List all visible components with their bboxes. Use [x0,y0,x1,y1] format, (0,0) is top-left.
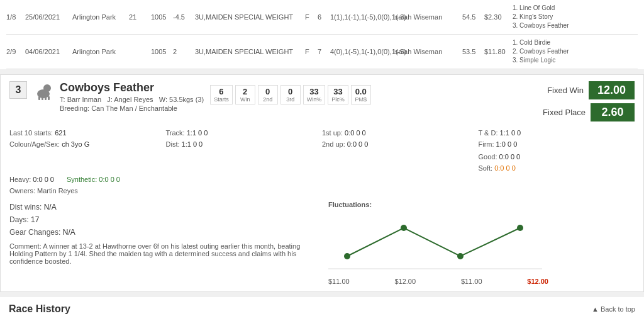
heavy-item: Heavy: 0:0 0 0 [9,176,54,183]
td-label: T & D: [479,129,498,137]
row-placing: 1. Line Of Gold 2. King's Story 3. Cowbo… [513,4,569,30]
svg-point-7 [344,253,350,259]
fixed-place-row: Fixed Place 2.60 [543,103,635,121]
heavy-label: Heavy: [9,176,31,183]
stat-pm: 0.0 PM$ [351,85,371,104]
horse-name: Cowboys Feather [60,81,204,94]
row-bar: 7 [318,48,330,55]
fixed-win-row: Fixed Win 12.00 [547,81,635,99]
race-history-header: Race History ▲ Back to top [9,303,635,316]
row-date: 25/06/2021 [25,13,72,21]
gear-item: Gear Changes: N/A [9,226,316,239]
firstup-label: 1st up: [322,129,343,137]
fixed-win-value: 12.00 [589,81,635,99]
horse-details-grid: Last 10 starts: 621 Track: 1:1 0 0 1st u… [9,128,635,149]
row-mgn: 2 [173,48,195,55]
weight-value: 53.5kgs (3) [169,96,204,103]
dist-item: Dist: 1:1 0 0 [166,139,323,149]
horse-trainer-info: T: Barr Inman J: Angel Reyes W: 53.5kgs … [60,96,204,103]
horse-info-left: 3 Cowboys Feather T: [9,81,371,112]
comment-label: Comment: [9,242,42,250]
days-value: 17 [31,215,39,224]
heavy-value: 0:0 0 0 [33,176,54,183]
synthetic-item: Synthetic: 0:0 0 0 [67,176,120,183]
row-class: 3U,MAIDEN SPECIAL WEIGHT [195,48,305,55]
good-value: 0:0 0 0 [499,153,521,161]
horse-breeding-info: Breeding: Can The Man / Enchantable [60,104,204,112]
fixed-place-value: 2.60 [591,103,635,121]
stat-starts: 6 Starts [210,85,233,104]
comment-text: A winner at 13-2 at Hawthorne over 6f on… [9,242,300,265]
row-inrun: 4(0),1(-5),1(-1),0(0),1(-5) [330,48,393,55]
row-inrun: 1(1),1(-1),1(-5),0(0),1(-3) [330,13,393,21]
td-item: T & D: 1:1 0 0 [479,128,635,138]
row-pos: 1/8 [6,13,25,21]
colour-label: Colour/Age/Sex: [9,140,60,148]
row-distance: 1005 [151,13,173,21]
days-item: Days: 17 [9,213,316,226]
gear-label: Gear Changes: [9,228,60,237]
horse-number: 3 [9,81,27,99]
row-distance: 1005 [151,48,173,55]
fixed-win-label: Fixed Win [547,86,584,95]
firm-label: Firm: [479,140,494,148]
row-placing: 1. Cold Birdie 2. Cowboys Feather 3. Sim… [513,38,569,65]
stat-plc-pct: 33 Plc% [328,85,348,104]
stat-win: 2 Win [235,85,255,104]
svg-point-1 [43,84,51,92]
svg-point-10 [517,225,523,231]
jockey-value: Angel Reyes [114,96,153,103]
track-label: Track: [166,129,185,137]
row-price: $2.30 [484,13,513,21]
chart-title: Fluctuations: [328,201,635,208]
days-label: Days: [9,215,29,224]
top-race-rows: 1/8 25/06/2021 Arlington Park 21 1005 -4… [0,0,644,69]
last10-item: Last 10 starts: 621 [9,128,166,138]
table-row: 1/8 25/06/2021 Arlington Park 21 1005 -4… [6,0,638,35]
good-item: Good: 0:0 0 0 [479,152,635,162]
race-history-section: Race History ▲ Back to top Plc Date Trac… [0,297,644,316]
row-jockey: Isaiah Wiseman [393,48,462,55]
svg-rect-3 [42,97,43,100]
breeding-label: Breeding: [60,104,89,112]
firstup-item: 1st up: 0:0 0 0 [322,128,479,138]
svg-rect-4 [45,97,47,100]
chart-label-3: $11.00 [461,278,482,285]
row-bar: 6 [318,13,330,21]
svg-rect-5 [48,96,50,100]
back-to-top-button[interactable]: ▲ Back to top [592,305,635,313]
horse-prices: Fixed Win 12.00 Fixed Place 2.60 [543,81,635,121]
colour-value: ch 3yo G [62,140,89,148]
jockey-label: J: [107,96,113,103]
last10-label: Last 10 starts: [9,129,53,137]
comment-section: Comment: A winner at 13-2 at Hawthorne o… [9,242,316,265]
chart-label-2: $12.00 [394,278,416,285]
colour-item: Colour/Age/Sex: ch 3yo G [9,139,166,149]
firm-value: 1:0 0 0 [496,140,518,148]
owners-label: Owners: [9,187,35,195]
row-price: $11.80 [484,48,513,55]
chart-label-1: $11.00 [328,278,350,285]
secondup-item: 2nd up: 0:0 0 0 [322,139,479,149]
fixed-place-label: Fixed Place [543,108,586,117]
row-pos: 2/9 [6,48,25,55]
trainer-label: T: [60,96,65,103]
track-item: Track: 1:1 0 0 [166,128,323,138]
svg-point-8 [401,225,407,231]
row-jockey: Isaiah Wiseman [393,13,462,21]
page-wrapper: 1/8 25/06/2021 Arlington Park 21 1005 -4… [0,0,644,316]
row-cond: F [305,13,318,21]
lower-section: Dist wins: N/A Days: 17 Gear Changes: N/… [9,201,635,285]
svg-point-9 [457,253,464,259]
owners-row: Owners: Martin Reyes [9,187,635,195]
dist-wins-item: Dist wins: N/A [9,201,316,213]
dist-label: Dist: [166,140,180,148]
fluctuations-chart [328,212,542,275]
row-cond: F [305,48,318,55]
synthetic-value: 0:0 0 0 [99,176,120,183]
gear-value: N/A [63,228,75,237]
svg-rect-2 [38,96,40,100]
row-class: 3U,MAIDEN SPECIAL WEIGHT [195,13,305,21]
dist-wins-label: Dist wins: [9,203,42,212]
table-row: 2/9 04/06/2021 Arlington Park 1005 2 3U,… [6,35,638,69]
